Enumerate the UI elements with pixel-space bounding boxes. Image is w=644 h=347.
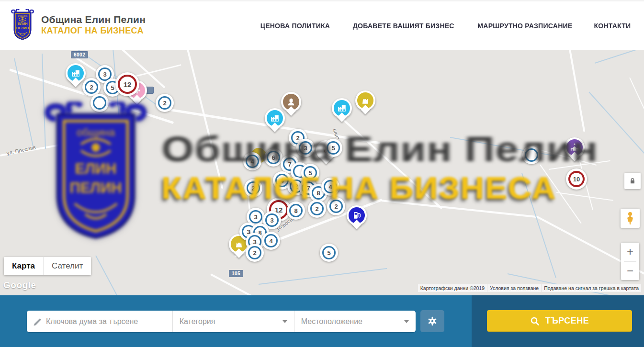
street-label: ул. Преслав [6,144,36,156]
crest-name-1: ЕЛИН [17,22,27,26]
stream-line [595,48,644,64]
cluster-marker[interactable]: 10 [566,168,587,190]
search-group: Категория Местоположение [27,311,416,332]
main-nav: ЦЕНОВА ПОЛИТИКАДОБАВЕТЕ ВАШИЯТ БИЗНЕСМАР… [258,1,632,50]
map-type-control: Карта Сателит [4,257,91,275]
cluster-marker[interactable]: 4 [262,232,280,250]
cluster-marker[interactable]: 5 [324,139,342,157]
cluster-marker[interactable]: 5 [320,244,338,262]
map-canvas[interactable]: ул. Преславбул. „Новоселции"6002105 3251… [0,48,644,295]
cluster-count [90,94,109,112]
fuel-category-pin[interactable] [347,205,367,225]
stream-line [14,58,34,147]
header: община ЕЛИН ПЕЛИН Община Елин Пелин КАТА… [0,0,644,50]
crest-top-text: община [18,14,28,17]
church-category-pin[interactable] [565,137,585,157]
cluster-marker[interactable]: 4 [243,152,261,170]
nav-item-add-business[interactable]: ДОБАВЕТЕ ВАШИЯТ БИЗНЕС [353,22,454,30]
road-line [335,112,443,210]
road-line [210,273,298,295]
location-select-value: Местоположение [301,317,362,326]
road-line [629,78,644,112]
zoom-control: + − [621,243,639,280]
category-select[interactable]: Категория [173,311,294,332]
lock-icon [629,177,636,185]
attribution-terms-link[interactable]: Условия за ползване [487,284,541,292]
road-number-badge: 105 [229,270,243,277]
cluster-marker[interactable]: 2 [156,94,174,112]
cluster-count: 2 [246,244,264,262]
map-type-map-button[interactable]: Карта [4,257,43,275]
municipality-crest-icon: община ЕЛИН ПЕЛИН [11,9,34,41]
cluster-marker[interactable]: 2 [244,179,262,197]
factory-category-pin[interactable] [265,108,285,128]
cluster-count: 4 [321,178,339,196]
attribution-copyright: Картографски данни ©2019 [418,284,487,292]
svg-text:община: община [77,126,115,138]
google-logo[interactable]: Google [3,280,36,291]
chevron-down-icon [282,320,287,323]
cluster-count [522,146,541,164]
street-view-pegman[interactable] [621,209,640,228]
search-icon [530,316,540,326]
keyword-section [27,311,173,332]
keyword-search-input[interactable] [45,317,162,326]
nav-item-contacts[interactable]: КОНТАКТИ [594,22,631,30]
cluster-marker[interactable]: 2 [308,200,326,218]
zoom-in-button[interactable]: + [621,243,639,261]
stream-line [95,256,132,295]
factory-category-pin[interactable] [332,98,352,118]
cluster-marker[interactable]: 6 [264,148,282,167]
brand-text: Община Елин Пелин КАТАЛОГ НА БИЗНЕСА [41,14,146,36]
category-select-value: Категория [180,317,215,326]
search-button[interactable]: ТЪРСЕНЕ [487,310,632,332]
bag-category-pin[interactable] [355,90,375,111]
stream-line [42,54,46,149]
lock-control[interactable] [624,173,641,189]
brand-logo[interactable]: община ЕЛИН ПЕЛИН Община Елин Пелин КАТА… [11,9,146,41]
map-attribution: Картографски данни ©2019 Условия за полз… [418,284,641,292]
cluster-count: 12 [115,72,139,96]
svg-text:ПЕЛИН: ПЕЛИН [69,179,122,196]
cluster-marker[interactable]: 8 [287,201,305,220]
map-type-satellite-button[interactable]: Сателит [43,257,91,275]
cluster-count: 2 [308,200,326,218]
brand-subtitle: КАТАЛОГ НА БИЗНЕСА [41,26,146,36]
location-select[interactable]: Местоположение [294,311,416,332]
cluster-count: 8 [287,201,305,220]
road-line [187,49,223,189]
svg-text:ЕЛИН: ЕЛИН [75,160,117,177]
stream-line [588,91,644,167]
nav-item-pricing[interactable]: ЦЕНОВА ПОЛИТИКА [260,22,330,30]
cluster-count: 4 [262,232,280,250]
zoom-out-button[interactable]: − [621,261,639,280]
road-line [381,200,539,218]
cluster-count: 5 [320,244,338,262]
cluster-marker[interactable] [90,94,109,112]
cluster-count: 2 [327,197,345,215]
cluster-marker[interactable]: 2 [327,197,345,215]
watermark-subtitle: КАТАЛОГ НА БИЗНЕСА [161,170,556,206]
factory-category-pin[interactable] [66,63,86,83]
cluster-marker[interactable] [522,146,541,164]
advanced-settings-button[interactable] [420,310,444,332]
watermark-crest: община ЕЛИН ПЕЛИН [40,102,151,242]
cluster-count: 6 [264,148,282,167]
cluster-count: 2 [156,94,174,112]
cluster-marker[interactable]: 3 [296,139,315,157]
cluster-marker[interactable]: 12 [115,72,139,96]
chevron-down-icon [404,320,409,323]
cluster-count: 5 [324,139,342,157]
cluster-marker[interactable]: 4 [321,178,339,196]
stream-line [259,268,387,285]
cluster-marker[interactable]: 2 [246,244,264,262]
gear-icon [427,316,438,326]
attribution-report-link[interactable]: Подаване на сигнал за грешка в картата [542,284,641,292]
cluster-count: 3 [296,139,315,157]
road-line [569,49,585,132]
nav-item-route-schedule[interactable]: МАРШРУТНО РАЗПИСАНИЕ [478,22,573,30]
stream-line [521,173,556,278]
page: община ЕЛИН ПЕЛИН Община Елин Пелин КАТА… [0,0,644,347]
brand-title: Община Елин Пелин [41,14,146,25]
road-number-badge: 6002 [71,51,88,58]
